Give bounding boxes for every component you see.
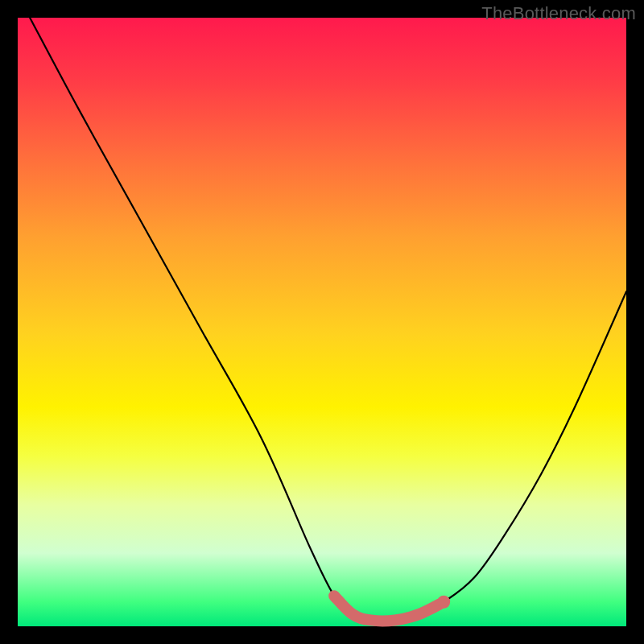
highlight-marker <box>437 596 450 609</box>
highlight-range-curve <box>334 596 444 621</box>
chart-plot-area <box>18 18 626 626</box>
watermark-text: TheBottleneck.com <box>481 3 636 24</box>
bottleneck-curve <box>30 18 626 621</box>
chart-svg <box>18 18 626 626</box>
